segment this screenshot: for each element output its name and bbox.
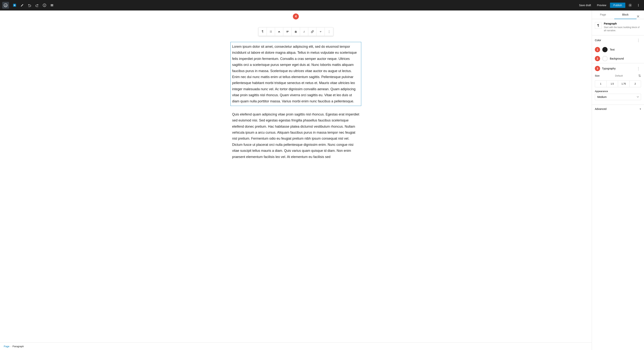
more-block-options-button[interactable]: ⋮ xyxy=(325,28,333,36)
typography-section-title: Typography xyxy=(602,67,616,70)
main-layout: 4 ¶ B I xyxy=(0,11,644,350)
advanced-header[interactable]: Advanced ▾ xyxy=(592,105,644,113)
size-row: Size Default ⇅ xyxy=(595,74,641,78)
svg-point-10 xyxy=(638,6,639,7)
sidebar: Page Block ✕ ¶ Paragraph Start with the … xyxy=(592,11,644,350)
paragraph-type-button[interactable]: ¶ xyxy=(259,28,267,36)
svg-point-8 xyxy=(638,4,639,5)
redo-button[interactable] xyxy=(34,2,40,9)
svg-rect-18 xyxy=(286,32,288,32)
breadcrumb-paragraph: Paragraph xyxy=(12,345,24,348)
italic-button[interactable]: I xyxy=(300,28,308,36)
size-option-1-75[interactable]: 1.75 xyxy=(618,81,630,87)
svg-rect-19 xyxy=(286,32,288,32)
svg-point-13 xyxy=(270,32,270,32)
size-controls-button[interactable]: ⇅ xyxy=(638,74,641,78)
svg-point-9 xyxy=(638,5,639,6)
step-badge-3: 3 xyxy=(595,66,600,71)
toolbar-wrapper: 4 ¶ B I xyxy=(230,22,361,23)
breadcrumb-page[interactable]: Page xyxy=(4,345,9,348)
link-button[interactable] xyxy=(308,28,316,36)
color-section-title: Color xyxy=(595,39,601,42)
size-label: Size xyxy=(595,74,600,77)
align-button[interactable] xyxy=(284,28,292,36)
svg-rect-5 xyxy=(51,5,53,6)
wp-logo xyxy=(2,2,9,9)
undo-button[interactable] xyxy=(26,2,33,9)
appearance-row: Appearance Thin Extra Light Light Regula… xyxy=(595,90,641,100)
topbar: Save draft Preview Publish xyxy=(0,0,644,11)
typography-section-header: 3 Typography ⋮ xyxy=(592,63,644,74)
add-block-button[interactable] xyxy=(11,2,18,9)
step-badge-2: 2 xyxy=(595,56,600,61)
move-up-button[interactable] xyxy=(275,28,283,36)
appearance-label: Appearance xyxy=(595,90,641,93)
tab-page[interactable]: Page xyxy=(592,11,614,19)
color-section-header: Color ⋮ xyxy=(592,35,644,45)
color-section: Color ⋮ 1 Text 2 Background xyxy=(592,35,644,63)
settings-button[interactable] xyxy=(627,2,634,9)
background-color-swatch xyxy=(602,56,608,61)
advanced-section-title: Advanced xyxy=(595,107,606,110)
more-options-button[interactable] xyxy=(635,2,642,9)
preview-button[interactable]: Preview xyxy=(595,3,608,8)
bold-button[interactable]: B xyxy=(292,28,300,36)
text-color-swatch xyxy=(602,47,608,52)
typography-more-button[interactable]: ⋮ xyxy=(636,66,641,71)
svg-point-12 xyxy=(271,31,272,31)
svg-point-15 xyxy=(270,32,270,33)
background-color-label: Background xyxy=(610,57,624,60)
text-color-label: Text xyxy=(610,48,615,51)
appearance-select[interactable]: Thin Extra Light Light Regular Medium Se… xyxy=(595,94,641,100)
svg-point-16 xyxy=(271,32,272,33)
editor-area: 4 ¶ B I xyxy=(0,11,592,350)
tab-block[interactable]: Block xyxy=(614,11,637,19)
block-info-text: Paragraph Start with the basic building … xyxy=(604,22,641,32)
typography-section: 3 Typography ⋮ Size Default ⇅ 1 1.5 1 xyxy=(592,63,644,105)
step-badge-1: 1 xyxy=(595,47,600,52)
paragraph-block-icon: ¶ xyxy=(595,22,602,29)
paragraph-block-1[interactable]: Lorem ipsum dolor sit amet, consectetur … xyxy=(230,42,361,106)
size-option-1-5[interactable]: 1.5 xyxy=(606,81,618,87)
breadcrumb: Page › Paragraph xyxy=(0,342,592,350)
publish-button[interactable]: Publish xyxy=(610,3,625,8)
typography-body: Size Default ⇅ 1 1.5 1.75 2 Appearance xyxy=(592,74,644,105)
block-name-label: Paragraph xyxy=(604,22,641,25)
size-option-1[interactable]: 1 xyxy=(595,81,606,87)
svg-rect-6 xyxy=(51,6,53,6)
size-option-2[interactable]: 2 xyxy=(630,81,641,87)
block-info: ¶ Paragraph Start with the basic buildin… xyxy=(592,19,644,35)
save-draft-button[interactable]: Save draft xyxy=(577,3,593,8)
color-more-button[interactable]: ⋮ xyxy=(636,38,641,43)
editor-content: Lorem ipsum dolor sit amet, consectetur … xyxy=(230,42,361,165)
svg-point-3 xyxy=(44,5,45,5)
svg-rect-17 xyxy=(286,31,288,31)
paragraph-block-2[interactable]: Quis eleifend quam adipiscing vitae proi… xyxy=(230,110,361,161)
advanced-section: Advanced ▾ xyxy=(592,105,644,113)
advanced-chevron-icon: ▾ xyxy=(640,107,641,110)
link-dropdown-button[interactable] xyxy=(316,28,325,36)
svg-point-11 xyxy=(270,31,270,31)
info-button[interactable] xyxy=(41,2,48,9)
list-view-button[interactable] xyxy=(48,2,55,9)
breadcrumb-separator: › xyxy=(10,345,11,348)
svg-point-7 xyxy=(630,5,631,6)
svg-rect-4 xyxy=(51,4,53,5)
block-desc-label: Start with the basic building block of a… xyxy=(604,26,641,32)
size-default-label: Default xyxy=(615,74,623,77)
background-color-option[interactable]: 2 Background xyxy=(592,54,644,63)
step-badge-4: 4 xyxy=(293,14,299,20)
drag-button[interactable] xyxy=(267,28,275,36)
block-toolbar: ¶ B I xyxy=(258,27,334,36)
edit-tool-button[interactable] xyxy=(19,2,26,9)
text-color-option[interactable]: 1 Text xyxy=(592,45,644,54)
svg-point-14 xyxy=(271,32,272,32)
sidebar-close-button[interactable]: ✕ xyxy=(634,13,642,20)
